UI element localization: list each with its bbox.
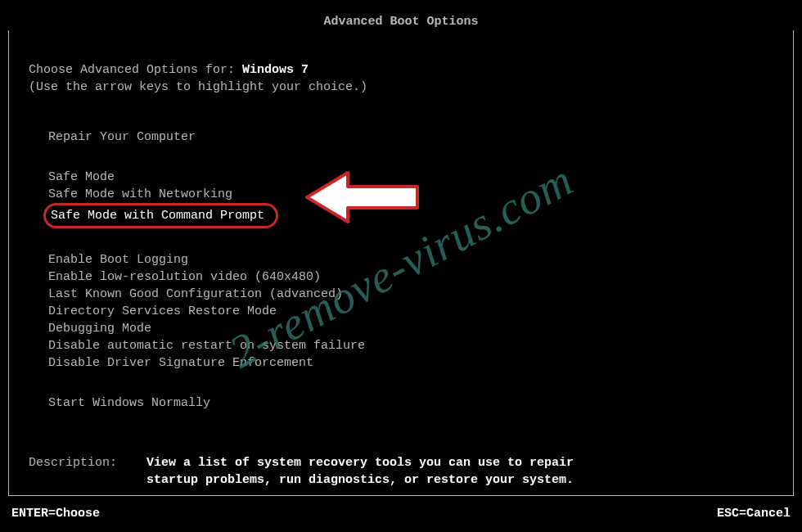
option-group-3: Start Windows Normally — [48, 394, 773, 412]
option-repair-your-computer[interactable]: Repair Your Computer — [48, 128, 773, 146]
intro-prefix: Choose Advanced Options for: — [29, 63, 242, 77]
annotation-arrow-icon — [303, 169, 426, 232]
os-name: Windows 7 — [242, 63, 309, 77]
option-safe-mode-command-prompt[interactable]: Safe Mode with Command Prompt — [43, 203, 278, 228]
page-title-text: Advanced Boot Options — [320, 15, 481, 29]
option-debugging-mode[interactable]: Debugging Mode — [48, 320, 773, 337]
option-enable-boot-logging[interactable]: Enable Boot Logging — [48, 251, 773, 268]
description-label: Description: — [29, 454, 146, 471]
description-text: View a list of system recovery tools you… — [146, 454, 574, 489]
option-start-windows-normally[interactable]: Start Windows Normally — [48, 394, 773, 412]
option-disable-driver-sig[interactable]: Disable Driver Signature Enforcement — [48, 354, 773, 372]
svg-marker-0 — [307, 173, 417, 222]
description-block: Description: View a list of system recov… — [29, 454, 773, 489]
option-directory-services-restore[interactable]: Directory Services Restore Mode — [48, 303, 773, 320]
footer-bar: ENTER=Choose ESC=Cancel — [8, 505, 794, 522]
intro-hint: (Use the arrow keys to highlight your ch… — [29, 79, 773, 96]
footer-enter-hint: ENTER=Choose — [11, 505, 100, 522]
intro-line: Choose Advanced Options for: Windows 7 — [29, 61, 773, 79]
footer-esc-hint: ESC=Cancel — [717, 505, 791, 522]
screen-frame: Choose Advanced Options for: Windows 7 (… — [8, 20, 794, 496]
option-disable-auto-restart[interactable]: Disable automatic restart on system fail… — [48, 337, 773, 354]
option-low-res-video[interactable]: Enable low-resolution video (640x480) — [48, 268, 773, 286]
option-last-known-good[interactable]: Last Known Good Configuration (advanced) — [48, 286, 773, 303]
page-title: Advanced Boot Options — [0, 13, 802, 30]
content-area: Choose Advanced Options for: Windows 7 (… — [9, 20, 793, 497]
option-group-2: Enable Boot Logging Enable low-resolutio… — [48, 251, 773, 372]
option-group-0: Repair Your Computer — [48, 128, 773, 146]
